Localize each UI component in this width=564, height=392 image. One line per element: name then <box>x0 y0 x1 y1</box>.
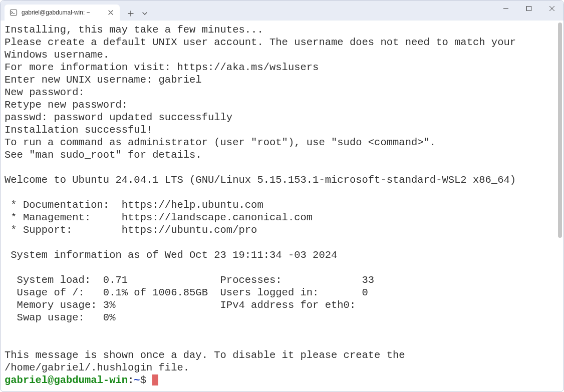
terminal-line: System information as of Wed Oct 23 19:1… <box>5 249 556 261</box>
terminal-line: Windows username. <box>5 49 556 61</box>
tab-close-button[interactable] <box>107 9 115 17</box>
terminal-line <box>5 336 556 349</box>
tabs-region: gabriel@gabdumal-win: ~ <box>1 1 152 21</box>
terminal-line: Memory usage: 3% IPv4 address for eth0: <box>5 299 556 311</box>
terminal-line: See "man sudo_root" for details. <box>5 149 556 161</box>
svg-rect-3 <box>527 7 531 11</box>
tab-title: gabriel@gabdumal-win: ~ <box>22 9 103 16</box>
terminal-line: Welcome to Ubuntu 24.04.1 LTS (GNU/Linux… <box>5 174 556 186</box>
scrollbar[interactable] <box>556 21 563 391</box>
terminal-line <box>5 324 556 336</box>
terminal-icon <box>10 9 18 17</box>
terminal-line: For more information visit: https://aka.… <box>5 61 556 74</box>
terminal-line: Installing, this may take a few minutes.… <box>5 24 556 36</box>
terminal-prompt[interactable]: gabriel@gabdumal-win:~$ <box>5 374 556 386</box>
terminal-line: * Support: https://ubuntu.com/pro <box>5 224 556 236</box>
terminal-line: To run a command as administrator (user … <box>5 136 556 149</box>
terminal-line: * Management: https://landscape.canonica… <box>5 211 556 224</box>
terminal-area: Installing, this may take a few minutes.… <box>1 21 563 391</box>
terminal-line: /home/gabriel/.hushlogin file. <box>5 361 556 374</box>
terminal-line: System load: 0.71 Processes: 33 <box>5 274 556 286</box>
minimize-button[interactable] <box>494 1 517 17</box>
terminal-line <box>5 161 556 174</box>
titlebar: gabriel@gabdumal-win: ~ <box>1 1 563 21</box>
terminal-line <box>5 186 556 199</box>
terminal-line <box>5 261 556 274</box>
cursor <box>152 374 158 385</box>
svg-rect-0 <box>11 10 17 16</box>
terminal-line: Please create a default UNIX user accoun… <box>5 36 556 49</box>
terminal-line: * Documentation: https://help.ubuntu.com <box>5 199 556 211</box>
terminal-line: New password: <box>5 86 556 99</box>
terminal-output[interactable]: Installing, this may take a few minutes.… <box>1 21 556 391</box>
tabs-dropdown-button[interactable] <box>138 7 152 21</box>
terminal-line: Installation successful! <box>5 124 556 136</box>
window-controls <box>494 1 563 21</box>
terminal-line: Retype new password: <box>5 99 556 111</box>
terminal-line: This message is shown once a day. To dis… <box>5 349 556 361</box>
terminal-line <box>5 236 556 249</box>
close-button[interactable] <box>540 1 563 17</box>
terminal-line: Enter new UNIX username: gabriel <box>5 74 556 86</box>
scrollbar-thumb[interactable] <box>558 23 562 238</box>
new-tab-button[interactable] <box>124 7 138 21</box>
terminal-line: Swap usage: 0% <box>5 311 556 324</box>
tab-active[interactable]: gabriel@gabdumal-win: ~ <box>5 5 120 21</box>
terminal-line: Usage of /: 0.1% of 1006.85GB Users logg… <box>5 286 556 299</box>
terminal-window: gabriel@gabdumal-win: ~ <box>0 0 564 392</box>
terminal-line: passwd: password updated successfully <box>5 111 556 124</box>
maximize-button[interactable] <box>517 1 540 17</box>
